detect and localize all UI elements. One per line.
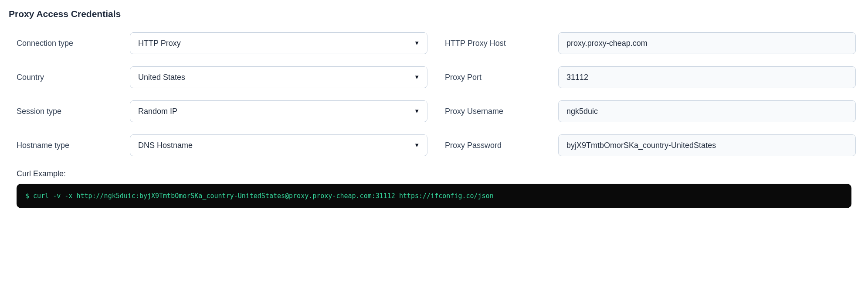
label-connection-type: Connection type [17, 39, 130, 48]
select-session-type-wrap: Random IP ▼ [130, 100, 427, 122]
page-heading: Proxy Access Credentials [9, 9, 859, 19]
field-connection-type: Connection type HTTP Proxy ▼ [17, 32, 427, 54]
field-hostname-type: Hostname type DNS Hostname ▼ [17, 134, 427, 156]
select-hostname-type-wrap: DNS Hostname ▼ [130, 134, 427, 156]
input-proxy-password[interactable] [558, 134, 856, 156]
input-proxy-username[interactable] [558, 100, 856, 122]
input-proxy-port[interactable] [558, 66, 856, 88]
curl-example-label: Curl Example: [9, 169, 859, 178]
label-hostname-type: Hostname type [17, 141, 130, 150]
select-session-type[interactable]: Random IP [130, 100, 427, 122]
label-country: Country [17, 73, 130, 82]
select-connection-type-wrap: HTTP Proxy ▼ [130, 32, 427, 54]
input-proxy-host[interactable] [558, 32, 856, 54]
field-proxy-username: Proxy Username [445, 100, 856, 122]
label-proxy-username: Proxy Username [445, 107, 558, 116]
field-country: Country United States ▼ [17, 66, 427, 88]
curl-example-terminal[interactable]: $ curl -v -x http://ngk5duic:byjX9TmtbOm… [17, 184, 851, 208]
field-proxy-password: Proxy Password [445, 134, 856, 156]
select-country[interactable]: United States [130, 66, 427, 88]
terminal-command: curl -v -x http://ngk5duic:byjX9TmtbOmor… [33, 192, 494, 200]
select-hostname-type[interactable]: DNS Hostname [130, 134, 427, 156]
label-session-type: Session type [17, 107, 130, 116]
select-country-wrap: United States ▼ [130, 66, 427, 88]
select-connection-type[interactable]: HTTP Proxy [130, 32, 427, 54]
label-proxy-password: Proxy Password [445, 141, 558, 150]
field-proxy-host: HTTP Proxy Host [445, 32, 856, 54]
terminal-prompt: $ [25, 192, 29, 200]
field-proxy-port: Proxy Port [445, 66, 856, 88]
credentials-form: Connection type HTTP Proxy ▼ HTTP Proxy … [9, 32, 859, 156]
label-proxy-port: Proxy Port [445, 73, 558, 82]
field-session-type: Session type Random IP ▼ [17, 100, 427, 122]
label-proxy-host: HTTP Proxy Host [445, 39, 558, 48]
